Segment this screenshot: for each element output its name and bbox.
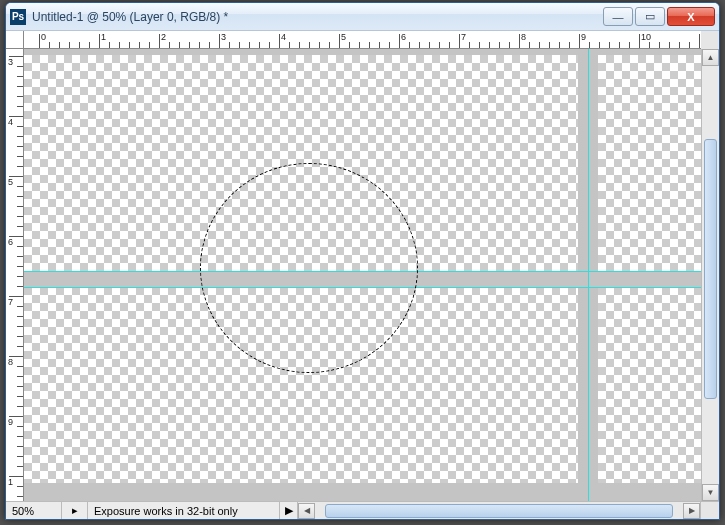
ruler-v-label: 9 <box>8 417 13 427</box>
horizontal-scrollbar[interactable]: ◀ ▶ <box>298 502 701 519</box>
ruler-h-label: 3 <box>221 32 226 42</box>
ruler-v-label: 1 <box>8 477 13 487</box>
ruler-h-label: 4 <box>281 32 286 42</box>
document-window: Ps Untitled-1 @ 50% (Layer 0, RGB/8) * —… <box>5 2 720 520</box>
resize-grip[interactable] <box>701 502 719 519</box>
ruler-v-label: 6 <box>8 237 13 247</box>
ruler-horizontal[interactable]: 0123456789101 <box>24 31 701 49</box>
ruler-h-label: 10 <box>641 32 651 42</box>
photoshop-icon: Ps <box>10 9 26 25</box>
ruler-h-label: 1 <box>101 32 106 42</box>
play-icon: ▶ <box>285 504 293 517</box>
scroll-left-button[interactable]: ◀ <box>298 503 315 519</box>
marquee-selection[interactable] <box>200 163 418 373</box>
guide-vertical[interactable] <box>588 49 589 501</box>
ruler-v-label: 3 <box>8 57 13 67</box>
canvas[interactable] <box>24 49 701 501</box>
ruler-h-label: 6 <box>401 32 406 42</box>
statusbar: 50% ▸ Exposure works in 32-bit only ▶ ◀ … <box>6 501 719 519</box>
maximize-button[interactable]: ▭ <box>635 7 665 26</box>
ruler-v-label: 8 <box>8 357 13 367</box>
window-title: Untitled-1 @ 50% (Layer 0, RGB/8) * <box>32 10 603 24</box>
horizontal-scroll-thumb[interactable] <box>325 504 673 518</box>
status-play-button[interactable]: ▶ <box>280 502 298 519</box>
ruler-vertical[interactable]: 34567891 <box>6 49 24 501</box>
ruler-origin[interactable] <box>6 31 24 49</box>
vertical-scrollbar[interactable]: ▲ ▼ <box>701 49 719 501</box>
close-button[interactable]: X <box>667 7 715 26</box>
doc-info-button[interactable]: ▸ <box>62 502 88 519</box>
window-controls: — ▭ X <box>603 7 715 26</box>
canvas-page-right <box>598 55 701 483</box>
titlebar[interactable]: Ps Untitled-1 @ 50% (Layer 0, RGB/8) * —… <box>6 3 719 31</box>
ruler-h-label: 8 <box>521 32 526 42</box>
ruler-h-label: 9 <box>581 32 586 42</box>
ruler-h-label: 2 <box>161 32 166 42</box>
ruler-h-label: 0 <box>41 32 46 42</box>
ruler-v-label: 7 <box>8 297 13 307</box>
ruler-v-label: 4 <box>8 117 13 127</box>
scroll-right-button[interactable]: ▶ <box>683 503 700 519</box>
zoom-field[interactable]: 50% <box>6 502 62 519</box>
ruler-v-label: 5 <box>8 177 13 187</box>
scroll-down-button[interactable]: ▼ <box>702 484 719 501</box>
status-message: Exposure works in 32-bit only <box>88 502 280 519</box>
info-icon: ▸ <box>72 504 78 517</box>
vertical-scroll-thumb[interactable] <box>704 139 717 399</box>
minimize-button[interactable]: — <box>603 7 633 26</box>
ruler-h-label: 7 <box>461 32 466 42</box>
ruler-h-label: 5 <box>341 32 346 42</box>
scroll-up-button[interactable]: ▲ <box>702 49 719 66</box>
